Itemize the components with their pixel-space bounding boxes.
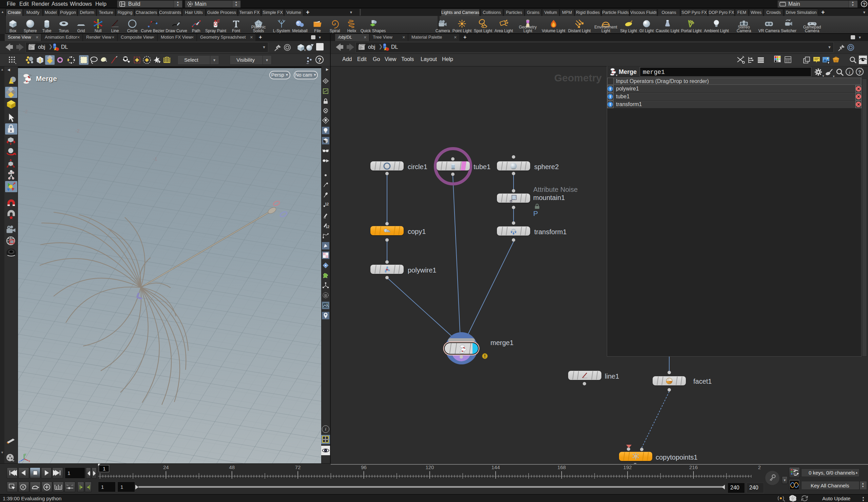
- svg-text:48: 48: [229, 464, 235, 470]
- svg-text:-2: -2: [23, 109, 28, 114]
- svg-text:168: 168: [557, 464, 566, 470]
- svg-text:x: x: [29, 459, 30, 463]
- svg-text:-1: -1: [153, 156, 157, 162]
- svg-text:96: 96: [361, 464, 367, 470]
- svg-text:z: z: [19, 460, 20, 463]
- svg-text:2: 2: [758, 464, 761, 470]
- svg-text:24: 24: [163, 464, 169, 470]
- svg-text:y: y: [25, 453, 27, 456]
- svg-text:216: 216: [689, 464, 698, 470]
- svg-text:12: 12: [326, 225, 329, 229]
- svg-text:-2: -2: [75, 128, 80, 134]
- svg-text:144: 144: [492, 464, 500, 470]
- svg-text:192: 192: [623, 464, 632, 470]
- svg-text:72: 72: [295, 464, 301, 470]
- svg-text:12: 12: [325, 202, 329, 206]
- svg-text:120: 120: [425, 464, 434, 470]
